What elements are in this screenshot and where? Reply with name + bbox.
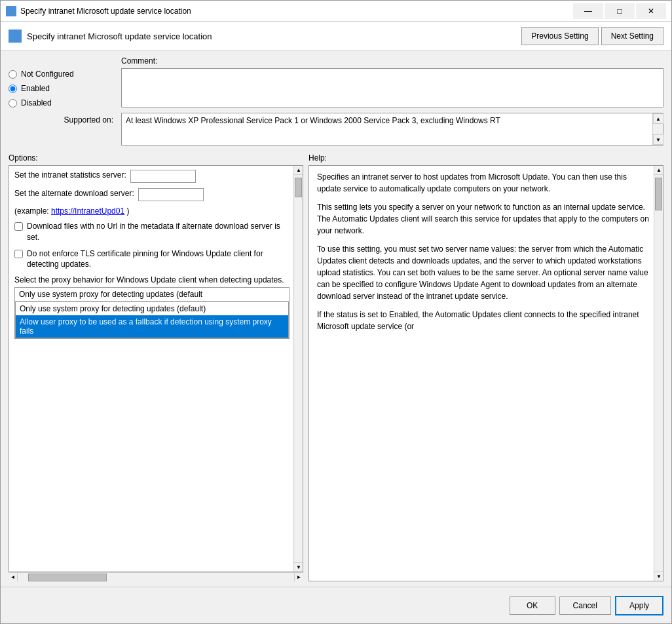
- svg-rect-1: [12, 7, 16, 10]
- svg-rect-2: [7, 12, 10, 16]
- help-vscrollbar[interactable]: ▲ ▼: [654, 166, 663, 581]
- alt-download-input[interactable]: [138, 188, 204, 201]
- apply-button[interactable]: Apply: [615, 596, 663, 615]
- help-p2: This setting lets you specify a server o…: [317, 201, 650, 237]
- disabled-radio[interactable]: Disabled: [9, 98, 113, 107]
- help-scroll-thumb: [655, 178, 662, 210]
- nav-buttons: Previous Setting Next Setting: [521, 27, 663, 45]
- options-scroll-down[interactable]: ▼: [294, 562, 303, 572]
- proxy-label: Select the proxy behavior for Windows Up…: [14, 275, 289, 284]
- svg-rect-0: [7, 7, 10, 10]
- checkbox2-input[interactable]: [14, 250, 23, 258]
- disabled-label: Disabled: [21, 98, 52, 107]
- not-configured-input[interactable]: [9, 70, 17, 79]
- disabled-input[interactable]: [9, 99, 17, 107]
- example-row: (example: https://IntranetUpd01 ): [14, 206, 289, 216]
- not-configured-radio[interactable]: Not Configured: [9, 69, 113, 79]
- svg-rect-7: [16, 37, 21, 42]
- comment-textarea[interactable]: [121, 68, 663, 107]
- window-icon: [6, 6, 16, 16]
- supported-scrollbar[interactable]: ▲ ▼: [652, 113, 663, 145]
- title-bar: Specify intranet Microsoft update servic…: [1, 1, 671, 22]
- supported-label: Supported on:: [9, 113, 113, 125]
- svg-rect-6: [9, 37, 14, 42]
- dialog-header: Specify intranet Microsoft update servic…: [1, 22, 671, 51]
- options-container[interactable]: Set the intranet statistics server: Set …: [9, 165, 303, 572]
- dialog-title: Specify intranet Microsoft update servic…: [27, 31, 521, 41]
- hscroll-left[interactable]: ◄: [9, 574, 18, 581]
- comment-section: Comment:: [121, 56, 663, 107]
- options-scroll-track: [294, 175, 303, 562]
- enabled-label: Enabled: [21, 84, 50, 93]
- svg-rect-4: [9, 30, 14, 35]
- alt-download-row: Set the alternate download server:: [14, 188, 289, 201]
- intranet-stats-label: Set the intranet statistics server:: [14, 170, 126, 181]
- checkbox1-input[interactable]: [14, 222, 23, 231]
- cancel-button[interactable]: Cancel: [559, 596, 611, 615]
- main-window: Specify intranet Microsoft update servic…: [0, 0, 672, 624]
- hscroll-right[interactable]: ►: [294, 574, 303, 581]
- supported-text-box: At least Windows XP Professional Service…: [121, 113, 663, 146]
- help-scroll-up[interactable]: ▲: [654, 166, 663, 175]
- help-p4: If the status is set to Enabled, the Aut…: [317, 309, 650, 332]
- ok-button[interactable]: OK: [510, 596, 555, 615]
- proxy-select-display: Only use system proxy for detecting upda…: [15, 288, 289, 302]
- proxy-option-1[interactable]: Only use system proxy for detecting upda…: [16, 302, 288, 315]
- help-scroll-track: [654, 175, 663, 572]
- options-hscrollbar[interactable]: ◄ ►: [9, 572, 303, 581]
- dialog-icon: [9, 29, 22, 43]
- bottom-bar: OK Cancel Apply: [1, 587, 671, 623]
- help-label: Help:: [308, 153, 663, 163]
- checkbox2-row: Do not enforce TLS certificate pinning f…: [14, 248, 289, 271]
- help-p1: Specifies an intranet server to host upd…: [317, 171, 650, 195]
- proxy-option-2[interactable]: Allow user proxy to be used as a fallbac…: [16, 315, 288, 338]
- enabled-input[interactable]: [9, 85, 17, 93]
- options-vscrollbar[interactable]: ▲ ▼: [293, 166, 303, 572]
- supported-text: At least Windows XP Professional Service…: [126, 116, 500, 125]
- options-inner: Set the intranet statistics server: Set …: [9, 166, 303, 343]
- next-setting-button[interactable]: Next Setting: [601, 27, 663, 45]
- proxy-dropdown-open: Only use system proxy for detecting upda…: [15, 302, 289, 338]
- proxy-container: Select the proxy behavior for Windows Up…: [14, 275, 289, 339]
- intranet-stats-row: Set the intranet statistics server:: [14, 170, 289, 183]
- checkbox1-row: Download files with no Url in the metada…: [14, 221, 289, 243]
- title-controls: — □ ✕: [573, 3, 666, 19]
- hscroll-thumb: [28, 574, 107, 581]
- not-configured-label: Not Configured: [21, 69, 74, 79]
- checkbox2-label: Do not enforce TLS certificate pinning f…: [27, 248, 289, 271]
- example-link[interactable]: https://IntranetUpd01: [51, 206, 124, 216]
- proxy-current-value: Only use system proxy for detecting upda…: [19, 290, 202, 299]
- scroll-down-arrow[interactable]: ▼: [653, 134, 663, 145]
- help-container[interactable]: Specifies an intranet server to host upd…: [308, 165, 663, 581]
- intranet-stats-input[interactable]: [130, 170, 196, 183]
- help-scroll-down[interactable]: ▼: [654, 572, 663, 581]
- options-panel: Options: Set the intranet statistics ser…: [9, 153, 303, 581]
- svg-rect-3: [12, 12, 16, 16]
- radio-group: Not Configured Enabled Disabled: [9, 56, 113, 107]
- help-panel: Help: Specifies an intranet server to ho…: [308, 153, 663, 581]
- example-paren-open: (example:: [14, 206, 51, 216]
- help-text: Specifies an intranet server to host upd…: [317, 171, 650, 332]
- svg-rect-5: [16, 30, 21, 35]
- checkbox1-label: Download files with no Url in the metada…: [27, 221, 289, 243]
- alt-download-label: Set the alternate download server:: [14, 188, 134, 199]
- maximize-button[interactable]: □: [605, 3, 635, 19]
- minimize-button[interactable]: —: [573, 3, 603, 19]
- proxy-select-box: Only use system proxy for detecting upda…: [14, 287, 289, 339]
- help-p3: To use this setting, you must set two se…: [317, 243, 650, 302]
- main-content: Not Configured Enabled Disabled Comment:…: [1, 51, 671, 587]
- options-label: Options:: [9, 153, 303, 163]
- comment-label: Comment:: [121, 56, 663, 66]
- enabled-radio[interactable]: Enabled: [9, 84, 113, 93]
- supported-section: Supported on: At least Windows XP Profes…: [9, 113, 663, 146]
- top-section: Not Configured Enabled Disabled Comment:: [9, 56, 663, 107]
- example-paren-close: ): [126, 206, 129, 216]
- options-help-section: Options: Set the intranet statistics ser…: [9, 153, 663, 581]
- scroll-up-arrow[interactable]: ▲: [653, 113, 663, 124]
- options-scroll-up[interactable]: ▲: [294, 166, 303, 175]
- window-title: Specify intranet Microsoft update servic…: [20, 7, 573, 16]
- options-scroll-thumb: [295, 178, 302, 197]
- close-button[interactable]: ✕: [636, 3, 666, 19]
- prev-setting-button[interactable]: Previous Setting: [521, 27, 598, 45]
